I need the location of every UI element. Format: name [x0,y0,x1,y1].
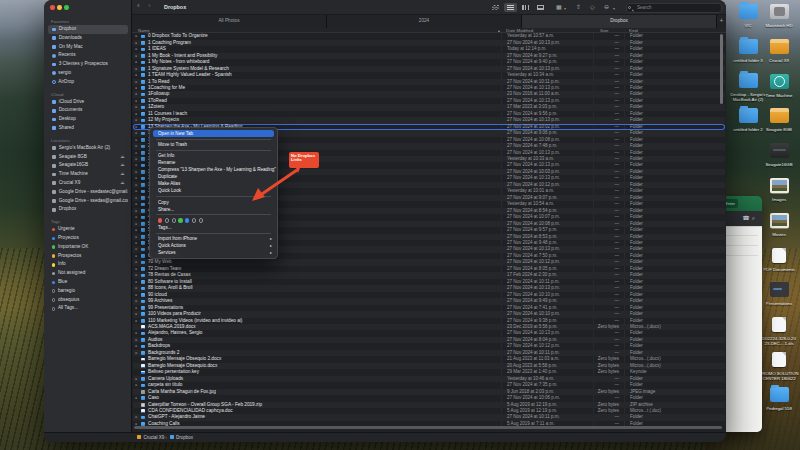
desktop-icon-movies[interactable]: Movies [759,213,799,238]
desktop-icon-pdf-documents[interactable]: PDF Documents [759,248,799,273]
desktop-icon-presentations[interactable]: Presentations [759,282,799,307]
desktop-icon-label: PROMO SOLUTION CENTER 180622 [759,372,799,382]
desktop-icon-seagate16gb[interactable]: Seagate16GB [759,143,799,168]
sidebar-item-not-assigned[interactable]: Not assigned [48,269,128,278]
desktop-icon-seagate-8gb[interactable]: Seagate 8GB [759,108,799,133]
sidebar-item-prospectos[interactable]: Prospectos [48,252,128,261]
sidebar-item-recents[interactable]: Recents [48,51,128,60]
gallery-view-button[interactable] [534,3,547,12]
folder-icon [770,387,789,402]
desktop-icon-label: PDF Documents [759,268,799,273]
submenu-arrow-icon: ▸ [270,242,272,249]
menu-item-share[interactable]: Share... [150,206,277,213]
sidebar-item-blue[interactable]: Blue [48,278,128,287]
sidebar-item-seagate-8gb[interactable]: Seagate 8GB⏏ [48,153,128,162]
sidebar-item-shared[interactable]: Shared [48,124,128,133]
sidebar-item-documents[interactable]: Documents [48,106,128,115]
tag-color-dot[interactable] [199,218,203,222]
phone-icon[interactable]: ☎ [742,215,751,221]
minimize-window-button[interactable] [57,5,62,10]
tag-color-dot[interactable] [172,218,176,222]
menu-item-quick-actions[interactable]: Quick Actions▸ [150,242,277,249]
tag-color-dot[interactable] [165,218,169,222]
sidebar-item-google-drive-ssedastec-gmail-com[interactable]: Google Drive - ssedastec@gmail.com [48,188,128,197]
desktop-icon-time-machine[interactable]: Time Machine [759,74,799,99]
sidebar-item-desktop[interactable]: Desktop [48,115,128,124]
sidebar-item-proyectos[interactable]: Proyectos [48,234,128,243]
column-view-icon [522,5,529,10]
sidebar-item-info[interactable]: Info [48,260,128,269]
sidebar-item-on-my-mac[interactable]: On My Mac [48,43,128,52]
search-input[interactable] [626,3,722,13]
folder-icon [141,241,145,245]
horizontal-scrollbar[interactable] [134,426,722,429]
menu-item-tags[interactable]: Tags... [150,224,277,231]
zoom-window-button[interactable] [64,5,69,10]
sidebar-item-sergio[interactable]: sergio [48,69,128,78]
toolbar: ‹ › Dropbox ▦▾ ⇧ ◇ ⊖▾ [132,0,726,15]
tag-button[interactable]: ◇ [590,3,595,10]
share-button[interactable]: ⇧ [576,3,581,10]
sidebar-item-dropbox[interactable]: Dropbox [48,205,128,214]
menu-separator [156,233,271,234]
menu-item-services[interactable]: Services▸ [150,249,277,256]
sidebar-item-google-drive-ssedas-gmail-com[interactable]: Google Drive - ssedas@gmail.com [48,197,128,206]
sidebar-item-icloud-drive[interactable]: iCloud Drive [48,98,128,107]
status-device[interactable]: Crucial X9 [143,435,164,440]
disclosure-triangle-icon[interactable]: ▸ [136,382,138,388]
close-window-button[interactable] [50,5,55,10]
more-actions-button[interactable]: ⊖ [604,3,609,10]
sidebar-item-3-clientes-y-prospectos[interactable]: 3 Clientes y Prospectos [48,60,128,69]
desktop-icon-crucial-x9[interactable]: Crucial X9 [759,39,799,64]
icloud-icon [52,100,57,104]
sidebar-item-dropbox[interactable]: Dropbox [48,25,128,34]
back-button[interactable]: ‹ [137,1,140,10]
menu-item-get-info[interactable]: Get Info [150,152,277,159]
sidebar-item-crucial-x9[interactable]: Crucial X9⏏ [48,179,128,188]
desktop-icon-d02224-328-0-20-23-dec-1-xls[interactable]: D02224-328-0-20 23-DEC-...1.xls [759,317,799,347]
menu-item-open-in-new-tab[interactable]: Open in New Tab [153,130,274,137]
icon-view-button[interactable] [489,3,502,12]
forward-button[interactable]: › [148,1,151,10]
eject-icon[interactable]: ⏏ [120,170,124,179]
tag-color-dot[interactable] [185,218,189,222]
sidebar-item-label: obsequius [58,296,79,305]
sidebar-item-airdrop[interactable]: AirDrop [48,78,128,87]
eject-icon[interactable]: ⏏ [120,161,124,170]
menu-item-move-to-trash[interactable]: Move to Trash [150,141,277,148]
status-folder[interactable]: Dropbox [176,435,193,440]
tab-all-photos[interactable]: All Photos [132,15,327,28]
add-tab-button[interactable]: + [717,15,726,28]
desktop-icon-label: Pedregal 558 [759,407,799,412]
sidebar-item-label: Sergio's MacBook Air (2) [59,144,110,153]
sidebar-item-seagate16gb[interactable]: Seagate16GB⏏ [48,161,128,170]
sidebar-item-urgente[interactable]: Urgente [48,225,128,234]
tag-dot-icon [52,272,56,276]
sidebar-item-sergio-s-macbook-air-2-[interactable]: Sergio's MacBook Air (2) [48,144,128,153]
menu-item-import-from-iphone[interactable]: Import from iPhone▸ [150,235,277,242]
desktop-icon-macintosh-hd[interactable]: Macintosh HD [759,4,799,29]
sidebar-item-obsequius[interactable]: obsequius [48,296,128,305]
search-icon[interactable]: ⌕ [752,215,757,221]
tag-dot-icon [52,281,56,285]
tab-dropbox[interactable]: Dropbox [522,15,717,28]
group-by-button[interactable]: ▦ [556,3,562,10]
tag-color-dot[interactable] [192,218,196,222]
column-view-button[interactable] [519,3,532,12]
list-view-button[interactable] [504,3,517,12]
disclosure-triangle-icon[interactable]: ▸ [136,395,138,401]
sidebar-item-time-machine[interactable]: Time Machine⏏ [48,170,128,179]
desktop-icon-promo-solution-center-180622[interactable]: PROMO SOLUTION CENTER 180622 [759,352,799,382]
sidebar-item-importante-ok[interactable]: Importante OK [48,243,128,252]
sidebar-item-barregio[interactable]: barregio [48,287,128,296]
tag-color-dot[interactable] [178,218,182,222]
eject-icon[interactable]: ⏏ [120,153,124,162]
eject-icon[interactable]: ⏏ [120,179,124,188]
desktop-icon-pedregal-558[interactable]: Pedregal 558 [759,387,799,412]
tag-color-dot[interactable] [158,218,162,222]
desktop-icon-images[interactable]: Images [759,178,799,203]
tab-2024[interactable]: 2024 [327,15,522,28]
sidebar-item-downloads[interactable]: Downloads [48,34,128,43]
sidebar-item-all-tags-[interactable]: All Tags... [48,304,128,313]
vertical-scrollbar[interactable] [720,34,723,104]
